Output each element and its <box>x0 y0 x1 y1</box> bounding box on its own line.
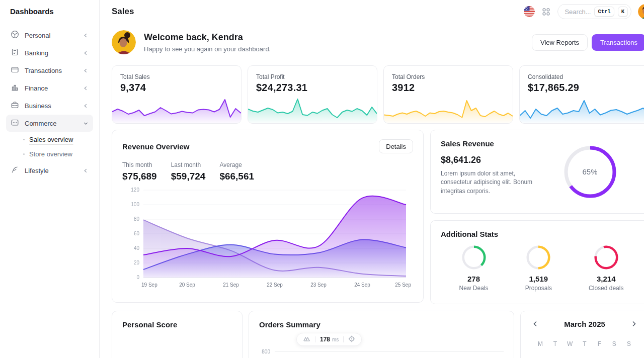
svg-text:21 Sep: 21 Sep <box>223 282 239 288</box>
ring-chart <box>526 245 550 270</box>
weekday-label: S <box>625 340 632 347</box>
stat-card-total-orders: Total Orders 3912 <box>383 65 513 124</box>
sidebar-item-label: Commerce <box>25 120 57 127</box>
credit-card-icon <box>11 65 19 75</box>
sparkline-chart <box>384 94 513 123</box>
topbar: Sales Search <box>112 0 644 23</box>
chevron-left-icon[interactable] <box>83 85 89 91</box>
crosshair-icon[interactable] <box>348 335 355 344</box>
main-content: Sales Search <box>100 0 644 358</box>
user-avatar[interactable] <box>638 4 644 19</box>
triangles-icon[interactable] <box>303 335 310 343</box>
language-flag-icon[interactable] <box>524 6 535 17</box>
sidebar-item-personal[interactable]: Personal <box>6 27 93 44</box>
sidebar-item-business[interactable]: Business <box>6 97 93 114</box>
svg-text:80: 80 <box>134 216 140 222</box>
sidebar-item-label: Business <box>25 102 51 110</box>
stat-label: Total Sales <box>120 73 233 80</box>
svg-text:60: 60 <box>134 231 140 236</box>
revenue-overview-title: Revenue Overview <box>122 142 189 151</box>
ring-chart <box>594 245 618 270</box>
stat-cards-row: Total Sales 9,374 Total Profit $24,273.3… <box>112 65 644 124</box>
stat-ring-new-deals: 278 New Deals <box>459 245 489 292</box>
page-title: Sales <box>112 7 134 17</box>
additional-stats-title: Additional Stats <box>441 230 641 238</box>
divider <box>343 336 344 342</box>
stat-value: $75,689 <box>122 171 157 182</box>
sidebar-item-commerce[interactable]: Commerce <box>6 115 93 132</box>
chevron-left-icon[interactable] <box>83 50 89 56</box>
stat-value: $66,561 <box>219 171 254 182</box>
sidebar-item-label: Finance <box>25 84 48 92</box>
calendar-next-button[interactable] <box>629 319 638 328</box>
sidebar-subitem-sales-overview[interactable]: Sales overview <box>6 132 93 147</box>
kbd-k: K <box>618 7 628 17</box>
sidebar-subitem-label: Sales overview <box>29 136 73 143</box>
revenue-stat-this-month: This month $75,689 <box>122 161 157 182</box>
chevron-left-icon[interactable] <box>83 68 89 73</box>
bullet-dot <box>23 139 25 140</box>
svg-text:120: 120 <box>131 187 139 193</box>
chevron-down-icon[interactable] <box>83 121 89 126</box>
sidebar-item-label: Banking <box>25 49 48 57</box>
chevron-left-icon[interactable] <box>83 168 89 173</box>
divider <box>315 336 315 342</box>
sidebar-item-finance[interactable]: Finance <box>6 79 93 97</box>
svg-text:24 Sep: 24 Sep <box>354 282 370 288</box>
stat-value: 9,374 <box>120 82 233 94</box>
sidebar-item-transactions[interactable]: Transactions <box>6 62 93 79</box>
calendar-prev-button[interactable] <box>531 319 540 328</box>
sales-revenue-value: $8,641.26 <box>441 155 539 165</box>
weekday-label: M <box>537 340 544 347</box>
sidebar-item-banking[interactable]: Banking <box>6 44 93 61</box>
transactions-button[interactable]: Transactions <box>592 34 644 51</box>
svg-text:22 Sep: 22 Sep <box>267 282 283 288</box>
cube-icon <box>11 30 19 40</box>
feather-icon <box>11 165 19 175</box>
briefcase-icon <box>11 101 19 111</box>
y-tick-label: 800 <box>259 349 270 354</box>
details-button[interactable]: Details <box>379 139 413 153</box>
sidebar-title: Dashboards <box>6 7 93 16</box>
metric-value: 178 <box>320 336 330 343</box>
stat-label: Consolidated <box>528 73 640 80</box>
stat-value: 3,214 <box>597 275 616 283</box>
search-input[interactable]: Search... Ctrl K <box>557 4 631 19</box>
sidebar-subitem-store-overview[interactable]: Store overview <box>6 147 93 161</box>
calendar-card: March 2025 M T W T F S S <box>520 311 644 358</box>
svg-text:19 Sep: 19 Sep <box>141 282 157 288</box>
weekday-label: T <box>551 340 558 347</box>
sidebar-subitem-label: Store overview <box>29 150 72 158</box>
stat-label: Proposals <box>525 285 552 292</box>
apps-grid-icon[interactable] <box>541 7 551 17</box>
weekday-label: T <box>581 340 588 347</box>
svg-text:20: 20 <box>134 260 140 265</box>
welcome-section: Welcome back, Kendra Happy to see you ag… <box>112 30 644 54</box>
calendar-month-label: March 2025 <box>564 320 605 328</box>
calendar-weekday-row: M T W T F S S <box>531 340 638 347</box>
stat-ring-proposals: 1,519 Proposals <box>525 245 552 292</box>
chevron-left-icon[interactable] <box>83 103 89 109</box>
stat-value: $59,724 <box>171 171 206 182</box>
metric-unit: ms <box>332 337 339 342</box>
sales-revenue-description: Lorem ipsum dolor sit amet, consectetur … <box>441 169 539 196</box>
stat-label: Closed deals <box>589 285 623 292</box>
gridline <box>275 351 504 352</box>
personal-score-card: Personal Score <box>112 311 243 358</box>
svg-text:0: 0 <box>136 275 139 280</box>
weekday-label: W <box>567 340 574 347</box>
sales-revenue-card: Sales Revenue $8,641.26 Lorem ipsum dolo… <box>430 130 644 214</box>
view-reports-button[interactable]: View Reports <box>532 34 588 51</box>
bank-icon <box>11 48 19 58</box>
sidebar-item-lifestyle[interactable]: Lifestyle <box>6 162 93 179</box>
orders-summary-title: Orders Summary <box>259 320 504 329</box>
chevron-left-icon[interactable] <box>83 33 89 38</box>
svg-text:100: 100 <box>131 202 139 207</box>
stat-value: $17,865.29 <box>528 82 640 94</box>
kbd-ctrl: Ctrl <box>594 7 614 17</box>
sidebar-item-label: Transactions <box>25 67 62 74</box>
sidebar: Dashboards Personal Banking Transactions… <box>0 0 100 358</box>
stat-card-consolidated: Consolidated $17,865.29 <box>519 65 644 124</box>
donut-percent-label: 65% <box>564 146 616 198</box>
stat-card-total-profit: Total Profit $24,273.31 <box>248 65 377 124</box>
